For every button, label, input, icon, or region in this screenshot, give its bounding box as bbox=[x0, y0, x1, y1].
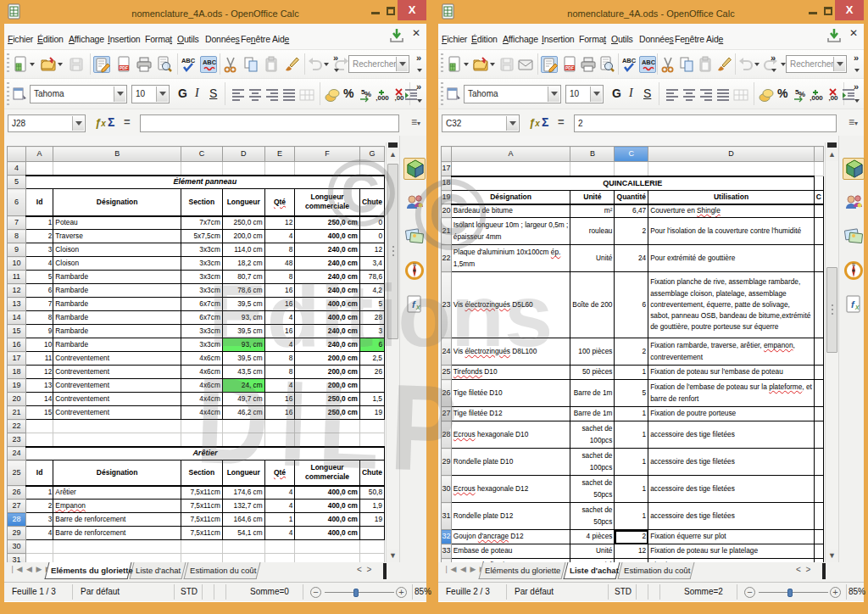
svg-text:N: N bbox=[852, 262, 855, 267]
svg-text:ABC: ABC bbox=[181, 57, 196, 64]
svg-text:ABC: ABC bbox=[622, 57, 637, 64]
svg-text:ABC: ABC bbox=[203, 59, 217, 66]
svg-text:,00: ,00 bbox=[828, 94, 838, 102]
svg-text:N: N bbox=[413, 262, 416, 267]
svg-text:PDF: PDF bbox=[120, 65, 128, 70]
svg-text:,000: ,000 bbox=[376, 94, 389, 102]
svg-text:ABC: ABC bbox=[642, 59, 656, 66]
svg-text:PDF: PDF bbox=[565, 65, 574, 70]
svg-text:x: x bbox=[854, 303, 860, 311]
svg-text:,000: ,000 bbox=[810, 94, 823, 102]
svg-text:x: x bbox=[415, 303, 420, 311]
